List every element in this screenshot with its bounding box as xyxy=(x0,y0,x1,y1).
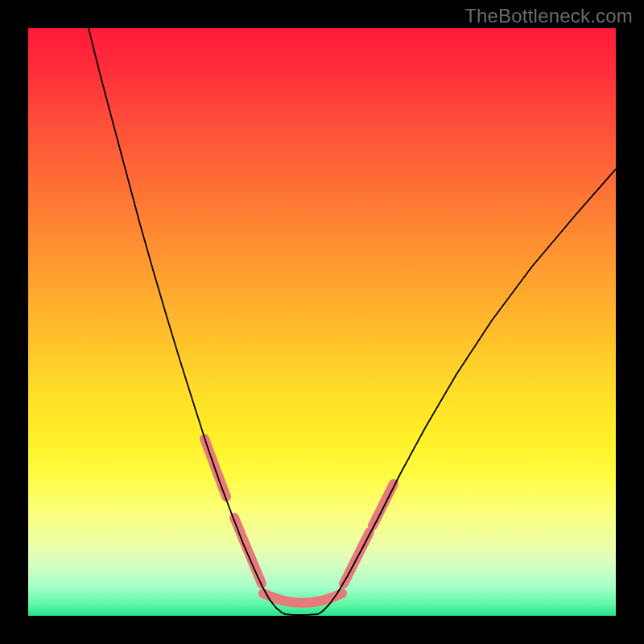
curve-layer xyxy=(28,28,616,616)
chart-frame: TheBottleneck.com xyxy=(0,0,644,644)
highlight-left-lower xyxy=(234,518,262,584)
watermark-text: TheBottleneck.com xyxy=(464,5,633,27)
floor-curve xyxy=(284,614,318,615)
left-curve xyxy=(89,28,286,614)
highlight-right-upper xyxy=(373,484,394,526)
highlight-bands xyxy=(204,439,394,603)
plot-area xyxy=(28,28,616,616)
highlight-floor xyxy=(263,593,342,603)
right-curve xyxy=(318,169,616,614)
